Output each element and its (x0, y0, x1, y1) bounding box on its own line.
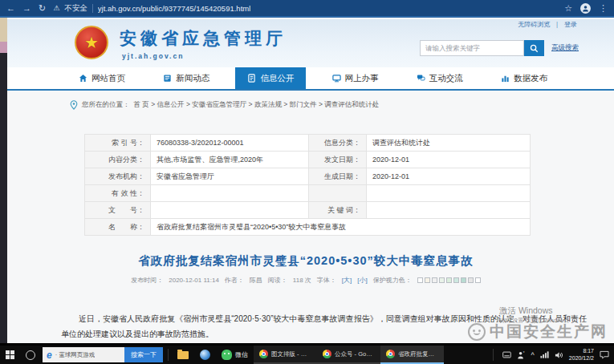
font-larger-button[interactable]: [大] (342, 276, 352, 285)
table-row: 索 引 号： 76080338-3/202012-00001 信息分类： 调查评… (85, 135, 531, 152)
meta-label: 名 称： (85, 219, 151, 236)
nav-item-home[interactable]: 网站首页 (67, 67, 137, 89)
meta-label: 发布机构： (85, 168, 151, 185)
color-swatch[interactable] (439, 277, 445, 283)
author-label: 作者： (225, 276, 244, 285)
meta-value: 安徽省应急管理厅 (151, 168, 309, 185)
eye-protect-swatches (417, 277, 481, 283)
browser-toolbar: ← → ↻ ⚠ 不安全 yjt.ah.gov.cn/public/9377745… (0, 0, 614, 18)
page-content: 您所在的位置： 首 页 > 信息公开 > 安徽省应急管理厅 > 政策法规 > 部… (7, 91, 614, 343)
table-row: 文 号： 关 键 词： (85, 202, 531, 219)
taskbar-search-query[interactable]: · 蓝球网页游戏 (55, 351, 96, 359)
color-swatch[interactable] (453, 277, 459, 283)
wechat-label: 微信 (235, 350, 248, 359)
nav-item-data-release[interactable]: 数据发布 (489, 67, 559, 89)
color-swatch[interactable] (468, 277, 474, 283)
wechat-button[interactable]: 微信 (216, 346, 254, 364)
chrome-window-xiumi[interactable]: 图文排版 - 秀米 XI... (254, 346, 317, 364)
activate-windows-line1: 激活 Windows (499, 305, 572, 317)
background-window-strip-segment (0, 18, 7, 42)
search-icon (530, 44, 539, 53)
nav-label: 网上办事 (345, 73, 379, 84)
table-row: 名 称： 省政府批复结案宿州市灵璧县“2020•5•30”较大中毒窒息事故 (85, 219, 531, 236)
color-swatch[interactable] (425, 277, 430, 283)
main-navigation: 网站首页 新闻动态 信息公开 网上办事 互动交流 (7, 67, 614, 91)
address-bar[interactable]: ⚠ 不安全 yjt.ah.gov.cn/public/9377745/14542… (53, 3, 557, 14)
nav-label: 网站首页 (91, 73, 125, 84)
cortana-button[interactable] (20, 346, 41, 364)
meta-value (151, 202, 309, 219)
location-pin-icon (70, 100, 78, 110)
cortana-circle-icon (26, 350, 35, 360)
action-center-icon[interactable] (600, 350, 609, 359)
news-icon (163, 74, 172, 83)
not-secure-warning-icon[interactable]: ⚠ (53, 4, 59, 12)
nav-item-online-services[interactable]: 网上办事 (320, 67, 391, 89)
table-row: 有 效 性： (85, 185, 531, 202)
bar-chart-icon (501, 74, 510, 83)
meta-value: 2020-12-01 (367, 168, 531, 185)
google-earth-button[interactable] (194, 346, 216, 364)
chrome-window-google[interactable]: 公众号 - Google ... (317, 346, 380, 364)
meta-label: 文 号： (85, 202, 151, 219)
nav-label: 信息公开 (260, 73, 294, 84)
site-domain: yjt.ah.gov.cn (122, 52, 184, 60)
meta-value (367, 185, 531, 202)
tray-expand-icon[interactable]: ^ (531, 351, 535, 359)
url-text[interactable]: yjt.ah.gov.cn/public/9377745/145420591.h… (98, 4, 251, 13)
taskbar-divider (168, 349, 169, 361)
color-swatch[interactable] (432, 277, 437, 283)
advanced-search-link[interactable]: 高级搜索 (551, 43, 579, 53)
breadcrumb-label: 您所在的位置： (82, 100, 130, 110)
publish-time-label: 发布时间： (131, 276, 163, 285)
color-swatch[interactable] (417, 277, 423, 283)
nav-item-news[interactable]: 新闻动态 (151, 67, 222, 89)
document-icon (247, 74, 256, 83)
search-button[interactable] (524, 40, 544, 56)
taskbar-search[interactable]: e · 蓝球网页游戏 搜索一下 (43, 347, 163, 362)
clock-time: 8:17 (583, 348, 594, 354)
ie-icon: e (47, 350, 52, 360)
nav-item-interaction[interactable]: 互动交流 (405, 67, 475, 89)
file-explorer-button[interactable] (172, 346, 194, 364)
font-smaller-button[interactable]: [小] (357, 276, 367, 285)
site-header: ★ 安徽省应急管理厅 yjt.ah.gov.cn 无障碍浏览 ｜ 登录 高级搜索 (7, 19, 614, 67)
window-title: 省政府批复结案宿... (398, 350, 438, 358)
eye-protect-label: 保护视力色： (373, 276, 412, 285)
network-signal-icon[interactable] (540, 351, 549, 358)
chrome-window-current[interactable]: 省政府批复结案宿... (380, 346, 444, 364)
article-meta-line: 发布时间： 2020-12-01 11:14 作者： 陈昌 阅读： 118 次 … (7, 276, 604, 285)
volume-icon[interactable] (555, 351, 563, 359)
browser-menu-icon[interactable]: ⋮ (599, 4, 608, 13)
bookmark-star-icon[interactable]: ☆ (564, 4, 572, 13)
accessibility-link[interactable]: 无障碍浏览 (518, 20, 550, 29)
views-count: 118 次 (293, 276, 311, 285)
meta-label: 内容分类： (85, 152, 151, 168)
nav-item-info-disclosure[interactable]: 信息公开 (235, 67, 306, 89)
profile-avatar-icon[interactable] (580, 3, 591, 14)
back-icon[interactable]: ← (6, 4, 15, 13)
color-swatch[interactable] (446, 277, 452, 283)
tray-divider (493, 349, 494, 361)
tray-clock[interactable]: 8:17 2020/12/2 (569, 348, 594, 362)
breadcrumb-path[interactable]: 首 页 > 信息公开 > 安徽省应急管理厅 > 政策法规 > 部门文件 > 调查… (134, 100, 380, 110)
article-title: 省政府批复结案宿州市灵璧县“2020•5•30”较大中毒窒息事故 (7, 253, 604, 269)
wechat-face-logo-icon (468, 323, 486, 341)
chat-bubbles-icon (417, 74, 425, 83)
color-swatch[interactable] (461, 277, 466, 283)
system-tray: * ^ 8:17 2020/12/2 (490, 348, 614, 362)
search-input[interactable] (420, 40, 524, 56)
document-meta-table: 索 引 号： 76080338-3/202012-00001 信息分类： 调查评… (84, 134, 531, 236)
meta-value (367, 202, 531, 219)
people-share-icon[interactable]: * (517, 351, 526, 359)
taskbar-search-button[interactable]: 搜索一下 (124, 347, 163, 362)
start-button[interactable] (0, 346, 20, 364)
color-swatch[interactable] (475, 277, 481, 283)
login-link[interactable]: 登录 (564, 20, 577, 29)
forward-icon[interactable]: → (22, 4, 31, 13)
emblem-star-icon: ★ (84, 34, 99, 51)
reload-icon[interactable]: ↻ (39, 4, 46, 13)
touch-keyboard-icon[interactable] (502, 351, 511, 358)
screen: ← → ↻ ⚠ 不安全 yjt.ah.gov.cn/public/9377745… (0, 0, 614, 364)
wechat-icon (222, 350, 232, 360)
